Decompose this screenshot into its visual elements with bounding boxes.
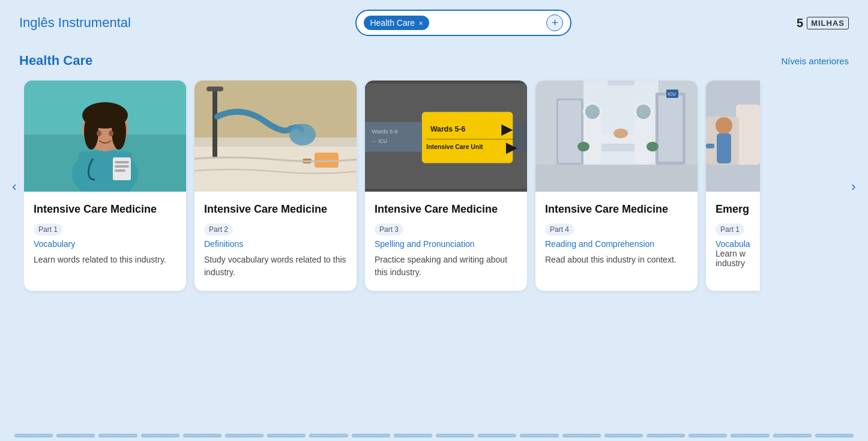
svg-point-6 [112,114,126,150]
svg-text:← ICU: ← ICU [372,138,387,144]
niveis-anteriores-link[interactable]: Níveis anteriores [781,56,849,66]
svg-rect-18 [206,87,223,91]
dash-12 [478,434,516,437]
card-1-subtitle: Vocabulary [34,239,176,249]
dash-9 [352,434,390,437]
svg-rect-56 [736,105,760,165]
dash-14 [562,434,601,437]
card-5-body: Emerg Part 1 Vocabula Learn w industry [706,192,760,280]
bottom-progress-bar [0,430,868,441]
tag-text: Health Care [370,18,415,28]
add-tag-button[interactable]: + [546,14,563,31]
card-4-part: Part 4 [545,224,574,236]
svg-rect-51 [607,81,634,85]
card-1[interactable]: Intensive Care Medicine Part 1 Vocabular… [24,81,186,291]
card-2-title: Intensive Care Medicine [204,202,347,216]
card-1-image [24,81,186,192]
svg-text:ICU: ICU [668,91,676,97]
card-2-subtitle: Definitions [204,239,347,249]
cards-container: Intensive Care Medicine Part 1 Vocabular… [24,78,844,296]
progress-dashes [14,434,854,437]
dash-7 [267,434,306,437]
svg-rect-35 [535,165,698,192]
card-5-subtitle: Vocabula [716,239,755,249]
dash-17 [689,434,727,437]
card-4[interactable]: ICU Intensive Care Medicine Part 4 Readi… [535,81,698,291]
card-5-title: Emerg [716,202,755,216]
cards-wrapper: ‹ [0,78,868,296]
svg-rect-60 [706,144,714,148]
card-3-title: Intensive Care Medicine [375,202,517,216]
svg-text:Intensive Care Unit: Intensive Care Unit [426,144,483,150]
section-header: Health Care Níveis anteriores [0,46,868,78]
card-4-title: Intensive Care Medicine [545,202,688,216]
svg-rect-37 [659,96,683,162]
next-arrow-button[interactable]: › [844,177,863,196]
card-4-image: ICU [535,81,698,192]
health-care-tag[interactable]: Health Care × [364,16,429,30]
dash-8 [309,434,348,437]
dash-19 [773,434,812,437]
dash-3 [98,434,137,437]
milhas-count: 5 [797,16,803,30]
card-5-part: Part 1 [716,224,744,236]
svg-text:Wards 5-6: Wards 5-6 [430,125,465,133]
dash-10 [394,434,432,437]
svg-rect-30 [365,122,422,151]
svg-rect-17 [212,87,217,159]
tag-close-icon[interactable]: × [418,19,423,28]
card-3-subtitle: Spelling and Pronunciation [375,239,517,249]
dash-6 [225,434,264,437]
svg-point-19 [289,124,316,145]
card-3-part: Part 3 [375,224,403,236]
svg-point-48 [636,105,651,119]
dash-16 [646,434,685,437]
svg-rect-24 [422,112,513,163]
dash-1 [14,434,53,437]
card-2[interactable]: Intensive Care Medicine Part 2 Definitio… [194,81,357,291]
dash-2 [56,434,95,437]
dash-5 [183,434,222,437]
card-1-title: Intensive Care Medicine [34,202,176,216]
milhas-area: 5 MILHAS [797,16,849,30]
card-2-body: Intensive Care Medicine Part 2 Definitio… [194,192,357,291]
svg-rect-39 [558,100,581,163]
card-2-part: Part 2 [204,224,233,236]
card-3[interactable]: Wards 5-6 Intensive Care Unit Wards 5-6 … [365,81,527,291]
section-title: Health Care [19,53,92,68]
dash-20 [815,434,854,437]
card-3-body: Intensive Care Medicine Part 3 Spelling … [365,192,527,291]
card-2-image [194,81,357,192]
dash-11 [436,434,474,437]
card-1-body: Intensive Care Medicine Part 1 Vocabular… [24,192,186,278]
svg-rect-10 [113,157,131,180]
prev-arrow-button[interactable]: ‹ [5,177,24,196]
svg-rect-59 [717,133,731,163]
card-3-image: Wards 5-6 Intensive Care Unit Wards 5-6 … [365,81,527,192]
svg-rect-43 [583,117,601,165]
svg-point-8 [97,130,101,136]
card-5-image [706,81,760,192]
svg-rect-46 [634,117,653,165]
card-4-body: Intensive Care Medicine Part 4 Reading a… [535,192,698,278]
svg-rect-11 [115,161,129,163]
dash-18 [731,434,769,437]
svg-point-49 [577,142,589,151]
dash-4 [141,434,179,437]
header: Inglês Instrumental Health Care × + 5 MI… [0,0,868,46]
svg-point-50 [646,142,659,151]
card-4-desc: Read about this industry in context. [545,254,688,266]
search-bar[interactable]: Health Care × + [355,10,571,36]
card-1-part: Part 1 [34,224,62,236]
card-5-desc: Learn w [716,249,755,258]
svg-point-9 [109,130,113,136]
card-2-desc: Study vocabulary words related to this i… [204,254,347,279]
card-4-subtitle: Reading and Comprehension [545,239,688,249]
svg-rect-16 [194,138,357,147]
app-title: Inglês Instrumental [19,15,131,31]
card-5-partial[interactable]: Emerg Part 1 Vocabula Learn w industry [706,81,760,291]
milhas-label: MILHAS [807,17,849,29]
dash-15 [604,434,643,437]
dash-13 [520,434,558,437]
svg-point-45 [585,105,600,119]
